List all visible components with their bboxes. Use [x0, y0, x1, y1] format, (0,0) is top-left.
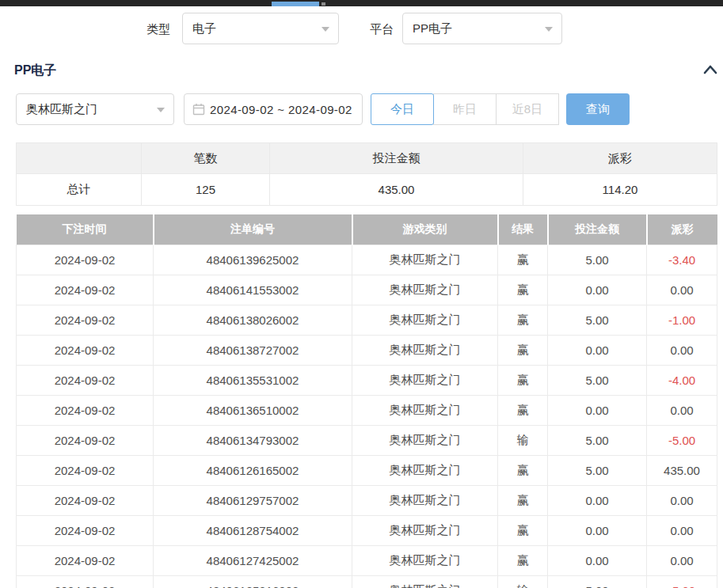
game-type-cell: 奥林匹斯之门	[352, 425, 498, 455]
bet-row: 2024-09-0248406128754002奥林匹斯之门赢0.000.00	[17, 515, 717, 545]
game-type-cell: 奥林匹斯之门	[352, 275, 498, 305]
active-tab-indicator[interactable]	[272, 2, 319, 6]
type-label: 类型	[147, 22, 170, 37]
date-quick-buttons: 今日 昨日 近8日	[371, 93, 559, 125]
order-no-cell: 48406135531002	[154, 365, 352, 395]
order-no-cell: 48406128754002	[154, 515, 352, 545]
bet-amount-cell: 0.00	[548, 515, 647, 545]
summary-total-count: 125	[142, 174, 270, 206]
result-cell: 输	[498, 575, 548, 588]
tab-close-icon[interactable]	[322, 2, 325, 6]
yesterday-button[interactable]: 昨日	[433, 93, 497, 125]
result-cell: 赢	[498, 545, 548, 575]
chevron-up-icon	[702, 62, 719, 78]
header-bet-amount: 投注金额	[548, 214, 647, 245]
payout-cell: 0.00	[647, 515, 717, 545]
payout-cell: 0.00	[647, 395, 717, 425]
platform-label: 平台	[370, 22, 394, 37]
bet-row: 2024-09-0248406138727002奥林匹斯之门赢0.000.00	[17, 335, 717, 365]
header-payout: 派彩	[647, 214, 717, 245]
result-cell: 赢	[498, 395, 548, 425]
bet-row: 2024-09-0248406129757002奥林匹斯之门赢0.000.00	[17, 485, 717, 515]
summary-total-bet: 435.00	[270, 174, 523, 206]
platform-select-value: PP电子	[413, 21, 452, 36]
summary-header-bet: 投注金额	[270, 143, 523, 174]
bet-amount-cell: 5.00	[548, 455, 647, 485]
order-no-cell: 48406129757002	[154, 485, 352, 515]
payout-cell: -3.40	[647, 245, 717, 275]
bet-row: 2024-09-0248406134793002奥林匹斯之门输5.00-5.00	[17, 425, 717, 455]
collapse-section-button[interactable]	[702, 62, 719, 78]
order-no-cell: 48406125316002	[154, 575, 352, 588]
bet-time-cell: 2024-09-02	[17, 575, 154, 588]
bet-time-cell: 2024-09-02	[17, 365, 154, 395]
game-select-value: 奥林匹斯之门	[26, 102, 97, 117]
chevron-down-icon	[157, 108, 165, 112]
bet-amount-cell: 0.00	[548, 485, 647, 515]
game-type-cell: 奥林匹斯之门	[352, 245, 498, 275]
order-no-cell: 48406134793002	[154, 425, 352, 455]
game-type-cell: 奥林匹斯之门	[352, 515, 498, 545]
header-bet-time: 下注时间	[17, 214, 154, 245]
summary-header-count: 笔数	[142, 143, 270, 174]
query-button[interactable]: 查询	[566, 93, 630, 125]
summary-total-label: 总计	[17, 174, 142, 206]
header-game-type: 游戏类别	[352, 214, 498, 245]
bet-amount-cell: 0.00	[548, 545, 647, 575]
summary-header-row: 笔数 投注金额 派彩	[17, 143, 717, 174]
bet-time-cell: 2024-09-02	[17, 305, 154, 335]
bet-amount-cell: 0.00	[548, 395, 647, 425]
today-button[interactable]: 今日	[371, 93, 434, 125]
payout-cell: 0.00	[647, 335, 717, 365]
game-select[interactable]: 奥林匹斯之门	[16, 93, 174, 125]
game-type-cell: 奥林匹斯之门	[352, 575, 498, 588]
result-cell: 赢	[498, 275, 548, 305]
game-type-cell: 奥林匹斯之门	[352, 335, 498, 365]
game-type-cell: 奥林匹斯之门	[352, 365, 498, 395]
order-no-cell: 48406139625002	[154, 245, 352, 275]
payout-cell: 0.00	[647, 485, 717, 515]
payout-cell: -4.00	[647, 365, 717, 395]
bet-time-cell: 2024-09-02	[17, 275, 154, 305]
result-cell: 赢	[498, 335, 548, 365]
chevron-down-icon	[322, 27, 329, 32]
date-range-input[interactable]: 2024-09-02 ~ 2024-09-02	[184, 93, 363, 125]
platform-select[interactable]: PP电子	[402, 13, 562, 44]
type-select[interactable]: 电子	[182, 13, 339, 44]
bets-table: 下注时间 注单编号 游戏类别 结果 投注金额 派彩 2024-09-024840…	[16, 214, 717, 588]
game-type-cell: 奥林匹斯之门	[352, 395, 498, 425]
bet-amount-cell: 5.00	[548, 425, 647, 455]
result-cell: 赢	[498, 515, 548, 545]
result-cell: 赢	[498, 455, 548, 485]
bet-time-cell: 2024-09-02	[17, 425, 154, 455]
payout-cell: 0.00	[647, 545, 717, 575]
bet-amount-cell: 0.00	[548, 275, 647, 305]
bet-time-cell: 2024-09-02	[17, 395, 154, 425]
order-no-cell: 48406138727002	[154, 335, 352, 365]
last8days-button[interactable]: 近8日	[496, 93, 559, 125]
payout-cell: 435.00	[647, 455, 717, 485]
bets-header-row: 下注时间 注单编号 游戏类别 结果 投注金额 派彩	[17, 214, 717, 245]
bet-time-cell: 2024-09-02	[17, 245, 154, 275]
order-no-cell: 48406136510002	[154, 395, 352, 425]
summary-total-row: 总计 125 435.00 114.20	[17, 174, 717, 206]
bet-time-cell: 2024-09-02	[17, 515, 154, 545]
bet-row: 2024-09-0248406135531002奥林匹斯之门赢5.00-4.00	[17, 365, 717, 395]
bet-row: 2024-09-0248406141553002奥林匹斯之门赢0.000.00	[17, 275, 717, 305]
bet-row: 2024-09-0248406125316002奥林匹斯之门输5.00-5.00	[17, 575, 717, 588]
bet-amount-cell: 5.00	[548, 305, 647, 335]
date-range-value: 2024-09-02 ~ 2024-09-02	[210, 103, 352, 116]
header-result: 结果	[498, 214, 548, 245]
bet-row: 2024-09-0248406127425002奥林匹斯之门赢0.000.00	[17, 545, 717, 575]
payout-cell: 0.00	[647, 275, 717, 305]
summary-table: 笔数 投注金额 派彩 总计 125 435.00 114.20	[16, 142, 717, 206]
summary-total-payout: 114.20	[523, 174, 717, 206]
bet-time-cell: 2024-09-02	[17, 485, 154, 515]
summary-header-payout: 派彩	[523, 143, 717, 174]
game-type-cell: 奥林匹斯之门	[352, 545, 498, 575]
bet-row: 2024-09-0248406126165002奥林匹斯之门赢5.00435.0…	[17, 455, 717, 485]
order-no-cell: 48406141553002	[154, 275, 352, 305]
bet-amount-cell: 5.00	[548, 575, 647, 588]
bet-row: 2024-09-0248406138026002奥林匹斯之门赢5.00-1.00	[17, 305, 717, 335]
bet-row: 2024-09-0248406136510002奥林匹斯之门赢0.000.00	[17, 395, 717, 425]
